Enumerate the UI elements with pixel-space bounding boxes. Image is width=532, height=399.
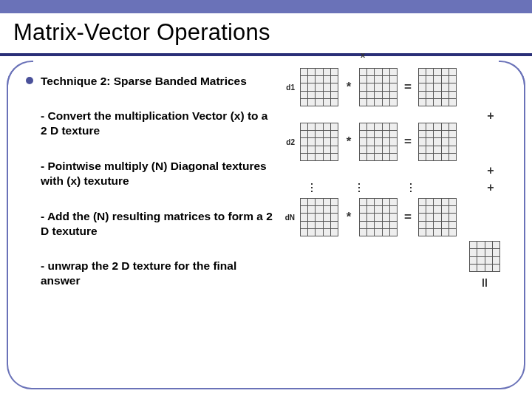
op-eq-N: = [403,210,413,225]
page-title: Matrix-Vector Operations [13,19,519,46]
vdots-2 [358,183,360,192]
op-eq-2: = [403,134,413,149]
op-plus-2: + [485,164,496,177]
grid-x-N [359,198,398,236]
title-zone: Matrix-Vector Operations [0,13,532,46]
final-eq-symbol: ll [482,277,488,289]
bullet-heading-row: Technique 2: Sparse Banded Matrices [26,74,276,88]
eq-row-1: d1 * x = [282,68,516,106]
top-accent-bar [0,0,532,13]
bullet-dot-icon [26,77,33,84]
grid-d2 [300,123,338,161]
vdots-1 [311,183,313,192]
bullet-point-4: - unwrap the 2 D texture for the final a… [41,259,276,288]
op-mult-1: * [344,80,354,95]
content-frame: Technique 2: Sparse Banded Matrices - Co… [7,61,525,389]
grid-d1 [300,68,338,106]
grid-res-1 [418,68,457,106]
grid-x-1 [359,68,398,106]
plus-row-1: + [282,109,516,123]
grid-res-2 [418,123,457,161]
op-plus-3: + [485,181,496,194]
op-eq-1: = [403,80,413,95]
figure-diagram: d1 * x = + d2 * = + + d [282,68,516,289]
row-label-dN: dN [282,214,295,222]
op-mult-2: * [344,134,354,149]
op-mult-N: * [344,210,354,225]
vdots-3 [410,183,412,192]
row-label-d2: d2 [282,138,295,146]
plus-row-2: + [282,164,516,177]
bullet-point-1: - Convert the multiplication Vector (x) … [41,109,276,138]
bullet-point-2: - Pointwise multiply (N) Diagonal textur… [41,159,276,188]
final-row: ll [282,241,516,289]
grid-dN [300,198,338,236]
bullet-heading: Technique 2: Sparse Banded Matrices [41,74,247,88]
text-column: Technique 2: Sparse Banded Matrices - Co… [26,74,276,288]
eq-row-2: d2 * = [282,123,516,161]
title-underline-thin [0,55,532,56]
grid-x-2 [359,123,398,161]
row-label-d1: d1 [282,83,295,92]
grid-final [469,241,500,272]
bullet-point-3: - Add the (N) resulting matrices to form… [41,209,276,239]
grid-res-N [418,198,457,236]
dots-row: + [282,177,516,198]
op-plus-1: + [485,109,496,123]
eq-row-N: dN * = [282,198,516,236]
x-grid-wrap-1: x [359,68,398,106]
